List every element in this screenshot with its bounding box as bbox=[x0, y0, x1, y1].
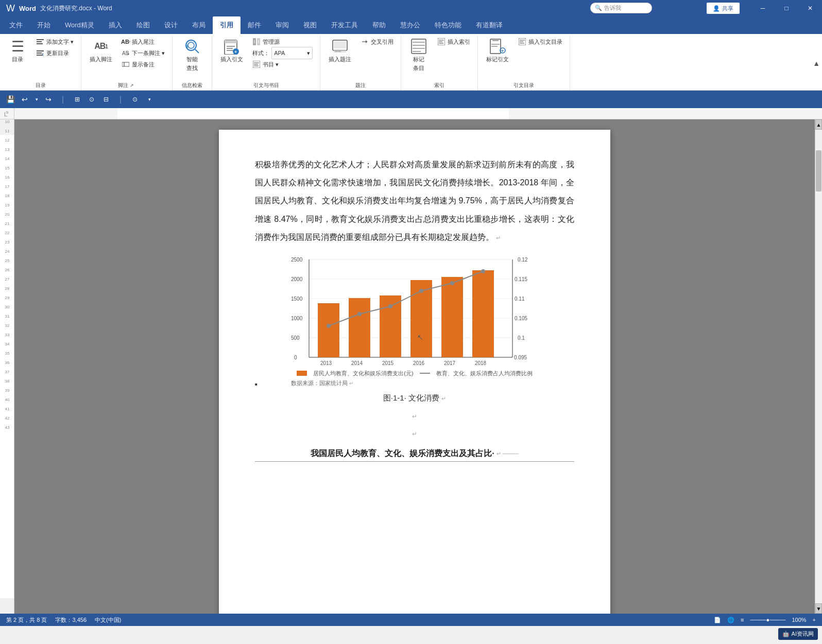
smart-search-label: 智能 bbox=[186, 56, 198, 63]
zoom-in-button[interactable]: + bbox=[813, 617, 816, 623]
tab-layout[interactable]: 布局 bbox=[185, 16, 213, 34]
svg-text:2014: 2014 bbox=[351, 360, 363, 366]
qa-more[interactable]: ▾ bbox=[143, 93, 156, 106]
caption-group-name: 题注 bbox=[355, 82, 366, 89]
svg-rect-15 bbox=[225, 40, 237, 43]
ribbon-collapse-button[interactable]: ▲ bbox=[811, 36, 822, 90]
scroll-up-button[interactable]: ▲ bbox=[815, 119, 822, 130]
close-button[interactable]: ✕ bbox=[798, 0, 822, 16]
legend-bar-icon bbox=[297, 371, 307, 376]
undo-button[interactable]: ↩ bbox=[19, 93, 31, 106]
footnote-group-label: 脚注 ↗ bbox=[85, 80, 168, 90]
tab-mailings[interactable]: 邮件 bbox=[241, 16, 268, 34]
insert-footnote-label: 插入脚注 bbox=[90, 56, 112, 63]
cross-ref-label: 交叉引用 bbox=[371, 38, 393, 46]
dot-2015 bbox=[388, 304, 392, 308]
svg-text:1500: 1500 bbox=[291, 296, 303, 302]
tab-draw[interactable]: 绘图 bbox=[129, 16, 157, 34]
tab-home[interactable]: 开始 bbox=[30, 16, 58, 34]
manage-sources-icon bbox=[252, 38, 261, 46]
update-toc-button[interactable]: ↻ 更新目录 bbox=[33, 47, 77, 59]
vertical-scrollbar[interactable]: ▲ ▼ bbox=[815, 119, 822, 614]
citation-content: + 插入引文 管理源 bbox=[216, 36, 316, 80]
tab-review[interactable]: 审阅 bbox=[268, 16, 296, 34]
cross-ref-button[interactable]: 交叉引用 bbox=[357, 36, 397, 47]
view-print-button[interactable]: 📄 bbox=[714, 617, 721, 623]
qa-btn4[interactable]: ⊙ bbox=[129, 93, 141, 106]
scroll-down-button[interactable]: ▼ bbox=[815, 603, 822, 614]
bibliography-button[interactable]: 书目 ▾ bbox=[249, 59, 316, 70]
mark-citation-button[interactable]: + 标记引文 bbox=[482, 36, 513, 65]
insert-citation-button[interactable]: + 插入引文 bbox=[216, 36, 247, 65]
redo-button[interactable]: ↪ bbox=[42, 93, 55, 106]
svg-text:AB: AB bbox=[122, 50, 129, 56]
doc-scroll-area[interactable]: 积极培养优秀的文化艺术人才；人民群众对高质量发展的新求迈到前所未有的高度，我国人… bbox=[14, 119, 815, 614]
search-icon: 🔍 bbox=[595, 5, 602, 11]
svg-point-11 bbox=[188, 42, 194, 48]
mark-citation-icon: + bbox=[489, 38, 506, 55]
toc-group-name: 目录 bbox=[36, 82, 46, 89]
tab-youdao[interactable]: 有道翻译 bbox=[469, 16, 510, 34]
toc-button[interactable]: ☰ 目录 bbox=[4, 36, 31, 65]
footnote-small-col: AB¹ 插入尾注 AB 下一条脚注 ▾ 显示备注 bbox=[118, 36, 168, 70]
scroll-track[interactable] bbox=[815, 130, 822, 603]
fig-caption: 图·1-1· 文化消费 ↵ bbox=[255, 393, 574, 403]
return-mark-2: ↵ bbox=[412, 413, 417, 420]
tab-file[interactable]: 文件 bbox=[2, 16, 30, 34]
tab-view[interactable]: 视图 bbox=[296, 16, 324, 34]
view-web-button[interactable]: 🌐 bbox=[727, 617, 734, 623]
svg-text:2500: 2500 bbox=[291, 257, 303, 263]
tab-huiban[interactable]: 慧办公 bbox=[393, 16, 427, 34]
insert-citation-label: 插入引文 bbox=[220, 56, 243, 63]
ribbon-group-footnote: AB1 插入脚注 AB¹ 插入尾注 AB 下一条脚注 ▾ bbox=[81, 36, 173, 90]
status-bar: 第 2 页，共 8 页 字数：3,456 中文(中国) 📄 🌐 ≡ ────●─… bbox=[0, 614, 822, 626]
tab-references[interactable]: 引用 bbox=[213, 16, 241, 34]
footnote-launcher[interactable]: ↗ bbox=[128, 82, 135, 89]
scroll-thumb[interactable] bbox=[816, 150, 821, 192]
tab-special[interactable]: 特色功能 bbox=[427, 16, 469, 34]
smart-search-button[interactable]: i 智能 查找 bbox=[177, 36, 208, 74]
undo-dropdown[interactable]: ▾ bbox=[33, 93, 40, 106]
next-footnote-button[interactable]: AB 下一条脚注 ▾ bbox=[118, 47, 168, 59]
style-dropdown[interactable]: APA ▾ bbox=[271, 47, 313, 59]
insert-endnote-button[interactable]: AB¹ 插入尾注 bbox=[118, 36, 168, 47]
save-quick-button[interactable]: 💾 bbox=[4, 93, 16, 106]
svg-text:i: i bbox=[186, 43, 188, 49]
qa-btn1[interactable]: ⊞ bbox=[71, 93, 83, 106]
tab-bar: 文件 开始 Word精灵 插入 绘图 设计 布局 引用 邮件 审阅 视图 开发工… bbox=[0, 16, 822, 34]
bar-2014 bbox=[349, 298, 370, 357]
insert-caption-button[interactable]: 插入题注 bbox=[324, 36, 355, 65]
qa-btn3[interactable]: ⊟ bbox=[100, 93, 112, 106]
manage-sources-button[interactable]: 管理源 bbox=[249, 36, 316, 47]
show-notes-icon bbox=[122, 60, 130, 68]
app-name: Word bbox=[19, 5, 36, 12]
text-content: 积极培养优秀的文化艺术人才；人民群众对高质量发展的新求迈到前所未有的高度，我国人… bbox=[255, 160, 574, 241]
tab-insert[interactable]: 插入 bbox=[101, 16, 129, 34]
qa-btn2[interactable]: ⊙ bbox=[85, 93, 98, 106]
return-area-1: ↵ bbox=[255, 411, 574, 421]
insert-endnote-label: 插入尾注 bbox=[132, 38, 155, 46]
document-page: 积极培养优秀的文化艺术人才；人民群众对高质量发展的新求迈到前所未有的高度，我国人… bbox=[219, 130, 610, 614]
tab-help[interactable]: 帮助 bbox=[365, 16, 393, 34]
tab-design[interactable]: 设计 bbox=[157, 16, 185, 34]
share-button[interactable]: 👤 共享 bbox=[707, 3, 740, 14]
update-toc-label: 更新目录 bbox=[46, 49, 69, 57]
insert-index-button[interactable]: 插入索引 bbox=[434, 36, 473, 47]
insert-footnote-button[interactable]: AB1 插入脚注 bbox=[85, 36, 116, 65]
zoom-slider[interactable]: ────●──── bbox=[750, 617, 785, 623]
tell-me-box[interactable]: 🔍 告诉我 bbox=[590, 3, 652, 13]
app-header: W Word 文化消费研究.docx - Word 🔍 告诉我 👤 共享 ─ □… bbox=[0, 0, 822, 16]
zoom-level: 100% bbox=[792, 617, 806, 623]
search-content: i 智能 查找 bbox=[177, 36, 208, 80]
tab-developer[interactable]: 开发工具 bbox=[324, 16, 365, 34]
view-outline-button[interactable]: ≡ bbox=[741, 617, 744, 623]
maximize-button[interactable]: □ bbox=[775, 0, 798, 16]
mark-entry-button[interactable]: 标记 条目 bbox=[405, 36, 432, 74]
style-label: 样式： bbox=[252, 49, 269, 57]
insert-toa-button[interactable]: 插入引文目录 bbox=[515, 36, 566, 47]
tab-word-wizard[interactable]: Word精灵 bbox=[58, 16, 101, 34]
style-dropdown-arrow: ▾ bbox=[307, 50, 310, 57]
minimize-button[interactable]: ─ bbox=[751, 0, 775, 16]
add-text-button[interactable]: 添加文字 ▾ bbox=[33, 36, 77, 47]
show-notes-button[interactable]: 显示备注 bbox=[118, 59, 168, 70]
